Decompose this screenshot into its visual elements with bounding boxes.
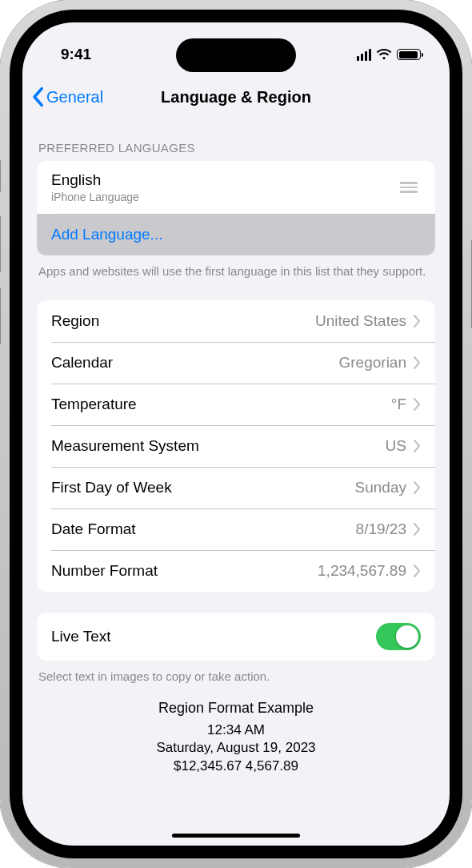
- volume-up-button: [0, 216, 1, 272]
- device-frame: 9:41 General Language & Region: [0, 0, 472, 868]
- chevron-right-icon: [413, 315, 421, 328]
- chevron-left-icon: [30, 86, 45, 107]
- region-format-example: Region Format Example 12:34 AM Saturday,…: [22, 685, 450, 777]
- back-button[interactable]: General: [30, 86, 103, 107]
- preferred-languages-footer: Apps and websites will use the first lan…: [22, 255, 450, 279]
- region-settings-group: Region United States Calendar Gregorian …: [37, 300, 435, 592]
- wifi-icon: [376, 49, 392, 61]
- live-text-label: Live Text: [51, 628, 376, 645]
- example-date: Saturday, August 19, 2023: [38, 739, 434, 757]
- chevron-right-icon: [413, 398, 421, 411]
- first-day-row[interactable]: First Day of Week Sunday: [37, 467, 435, 508]
- mute-switch: [0, 160, 1, 192]
- dynamic-island: [176, 38, 296, 72]
- number-format-value: 1,234,567.89: [318, 562, 406, 580]
- content-scroll[interactable]: PREFERRED LANGUAGES English iPhone Langu…: [22, 119, 450, 846]
- back-label: General: [46, 88, 103, 106]
- calendar-label: Calendar: [51, 354, 339, 372]
- example-time: 12:34 AM: [38, 721, 434, 740]
- calendar-row[interactable]: Calendar Gregorian: [37, 342, 435, 384]
- date-format-label: Date Format: [51, 520, 356, 538]
- preferred-languages-group: English iPhone Language Add Language...: [37, 161, 435, 255]
- toggle-knob: [396, 625, 418, 648]
- language-subtitle: iPhone Language: [51, 191, 400, 203]
- home-indicator: [172, 834, 300, 838]
- temperature-value: °F: [391, 396, 406, 413]
- region-row[interactable]: Region United States: [37, 300, 435, 342]
- temperature-row[interactable]: Temperature °F: [37, 384, 435, 425]
- date-format-value: 8/19/23: [356, 520, 406, 538]
- add-language-label: Add Language...: [51, 226, 421, 243]
- chevron-right-icon: [413, 565, 421, 577]
- temperature-label: Temperature: [51, 396, 391, 413]
- chevron-right-icon: [413, 523, 421, 536]
- region-label: Region: [51, 312, 315, 330]
- measurement-row[interactable]: Measurement System US: [37, 425, 435, 467]
- chevron-right-icon: [413, 481, 421, 494]
- navigation-bar: General Language & Region: [22, 75, 450, 119]
- number-format-label: Number Format: [51, 562, 318, 580]
- example-title: Region Format Example: [38, 700, 434, 717]
- language-title: English: [51, 171, 400, 189]
- first-day-label: First Day of Week: [51, 479, 355, 496]
- region-value: United States: [315, 312, 406, 330]
- live-text-footer: Select text in images to copy or take ac…: [22, 661, 450, 685]
- language-row-english[interactable]: English iPhone Language: [37, 161, 435, 214]
- date-format-row[interactable]: Date Format 8/19/23: [37, 508, 435, 550]
- battery-icon: [397, 49, 421, 60]
- status-time: 9:41: [61, 46, 91, 63]
- add-language-button[interactable]: Add Language...: [37, 214, 435, 255]
- first-day-value: Sunday: [355, 479, 406, 496]
- volume-down-button: [0, 288, 1, 344]
- measurement-label: Measurement System: [51, 437, 386, 455]
- preferred-languages-header: PREFERRED LANGUAGES: [22, 119, 450, 161]
- example-numbers: $12,345.67 4,567.89: [38, 757, 434, 776]
- reorder-handle-icon[interactable]: [400, 182, 421, 193]
- live-text-toggle[interactable]: [376, 623, 421, 650]
- live-text-row: Live Text: [37, 613, 435, 661]
- live-text-group: Live Text: [37, 613, 435, 661]
- measurement-value: US: [386, 437, 406, 455]
- chevron-right-icon: [413, 440, 421, 452]
- cellular-signal-icon: [357, 49, 372, 61]
- calendar-value: Gregorian: [339, 354, 407, 372]
- chevron-right-icon: [413, 356, 421, 369]
- screen: 9:41 General Language & Region: [22, 22, 450, 846]
- number-format-row[interactable]: Number Format 1,234,567.89: [37, 550, 435, 592]
